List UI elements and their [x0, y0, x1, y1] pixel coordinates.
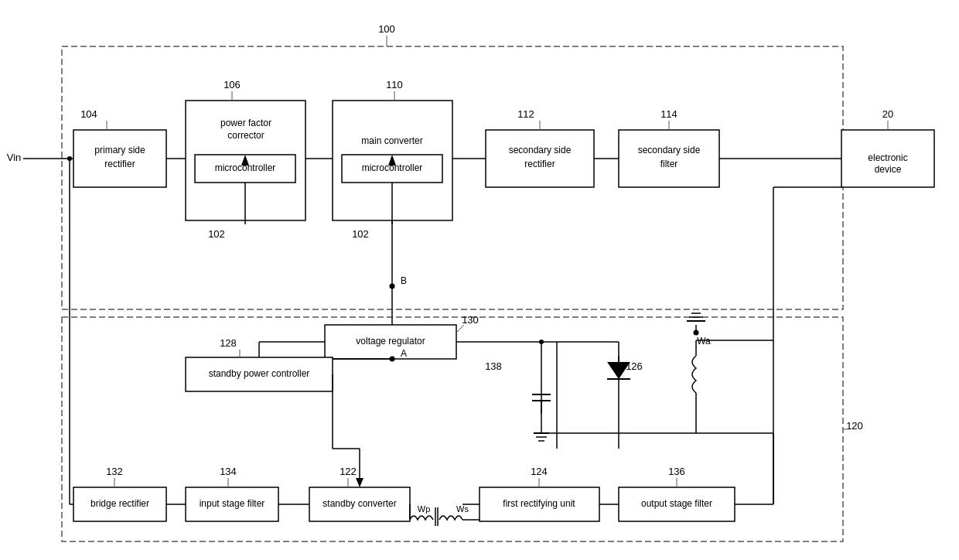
ref-122: 122	[340, 466, 357, 477]
primary-side-rectifier-label: primary side	[94, 145, 145, 155]
wp-label: Wp	[418, 504, 431, 514]
electronic-device-label1: electronic	[868, 152, 907, 163]
ref-138: 138	[485, 360, 502, 372]
pfc-label2: corrector	[227, 130, 264, 141]
ref-112: 112	[517, 108, 534, 120]
secondary-side-filter-label1: secondary side	[638, 145, 701, 155]
secondary-side-rectifier-label1: secondary side	[509, 145, 572, 155]
ref-124: 124	[531, 466, 548, 477]
svg-marker-65	[356, 478, 363, 487]
ws-label: Ws	[456, 504, 469, 514]
vin-label: Vin	[7, 152, 22, 163]
svg-line-100	[456, 325, 464, 333]
output-stage-filter-label: output stage filter	[641, 498, 712, 509]
ref-136: 136	[668, 466, 685, 477]
ref-106: 106	[224, 79, 241, 90]
ref-20: 20	[882, 108, 893, 120]
point-a-label: A	[401, 348, 407, 359]
first-rectifying-unit-label: first rectifying unit	[503, 498, 575, 509]
ref-130: 130	[462, 314, 479, 326]
main-converter-label: main converter	[361, 135, 422, 146]
voltage-regulator-label: voltage regulator	[356, 336, 425, 347]
standby-power-controller-label: standby power controller	[209, 368, 310, 379]
ref-110: 110	[386, 79, 403, 90]
ref-120: 120	[846, 420, 863, 432]
input-stage-filter-label: input stage filter	[200, 498, 265, 509]
diagram-container: 100 120 Vin primary side rectifier 104 p…	[0, 0, 959, 560]
svg-point-99	[539, 340, 544, 344]
secondary-side-filter-label2: filter	[660, 159, 678, 169]
electronic-device-label2: device	[875, 164, 902, 175]
ref-134: 134	[220, 466, 237, 477]
bridge-rectifier-label: bridge rectifier	[90, 498, 149, 509]
ref-102b: 102	[352, 228, 369, 240]
ref-128: 128	[220, 337, 237, 349]
primary-side-rectifier-label2: rectifier	[104, 159, 135, 169]
standby-converter-label: standby converter	[323, 498, 396, 509]
ref-102a: 102	[208, 228, 225, 240]
point-b-label: B	[401, 275, 407, 286]
ref-104: 104	[80, 108, 97, 120]
secondary-side-rectifier-label2: rectifier	[524, 159, 555, 169]
ref-114: 114	[660, 108, 677, 120]
pfc-label1: power factor	[220, 118, 271, 128]
wa-label: Wa	[697, 336, 711, 347]
ref-132: 132	[106, 466, 123, 477]
ref-100: 100	[378, 23, 395, 35]
